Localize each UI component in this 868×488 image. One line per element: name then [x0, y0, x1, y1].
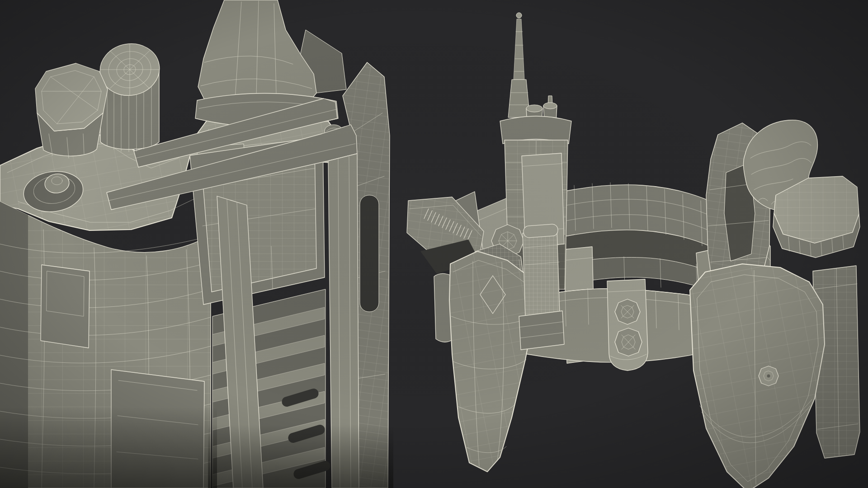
vignette-overlay	[0, 0, 868, 488]
wireframe-render-canvas	[0, 0, 868, 488]
render-viewport	[0, 0, 868, 488]
